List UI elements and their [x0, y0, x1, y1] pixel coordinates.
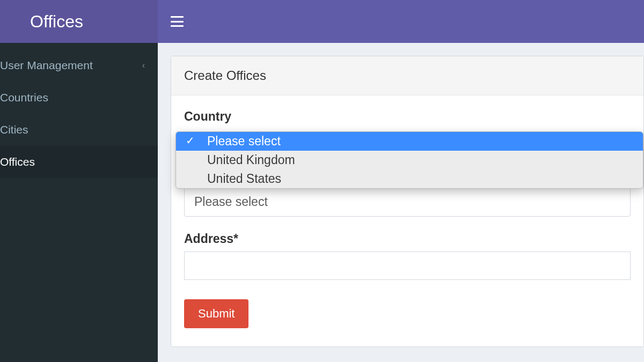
sidebar-item-cities[interactable]: Cities: [0, 114, 158, 146]
sidebar-item-offices[interactable]: Offices: [0, 146, 158, 178]
brand-title[interactable]: Offices: [0, 0, 158, 43]
city-select[interactable]: Please select: [184, 187, 631, 217]
main-content: Create Offices Country ✓ Please select U…: [158, 43, 644, 362]
country-option-united-states[interactable]: United States: [176, 169, 643, 188]
country-dropdown-list: ✓ Please select United Kingdom United St…: [175, 131, 643, 189]
submit-button[interactable]: Submit: [184, 299, 248, 328]
sidebar-item-label: Cities: [0, 123, 28, 136]
header-main: [158, 0, 644, 43]
country-option-please-select[interactable]: ✓ Please select: [176, 132, 643, 151]
sidebar-item-countries[interactable]: Countries: [0, 82, 158, 114]
sidebar-item-label: Offices: [0, 156, 35, 168]
create-panel: Create Offices Country ✓ Please select U…: [171, 56, 644, 347]
option-label: United States: [207, 172, 281, 186]
country-label: Country: [184, 109, 631, 124]
sidebar: User Management ‹ Countries Cities Offic…: [0, 43, 158, 362]
panel-title: Create Offices: [171, 56, 643, 95]
hamburger-icon[interactable]: [171, 16, 184, 27]
option-label: United Kingdom: [207, 153, 295, 167]
option-label: Please select: [207, 134, 281, 148]
check-icon: ✓: [186, 134, 195, 147]
sidebar-item-user-management[interactable]: User Management ‹: [0, 49, 158, 82]
country-option-united-kingdom[interactable]: United Kingdom: [176, 151, 643, 169]
sidebar-item-label: Countries: [0, 91, 48, 104]
address-label: Address*: [184, 232, 631, 246]
chevron-left-icon: ‹: [142, 61, 145, 70]
sidebar-item-label: User Management: [0, 59, 93, 72]
address-input[interactable]: [184, 252, 631, 280]
